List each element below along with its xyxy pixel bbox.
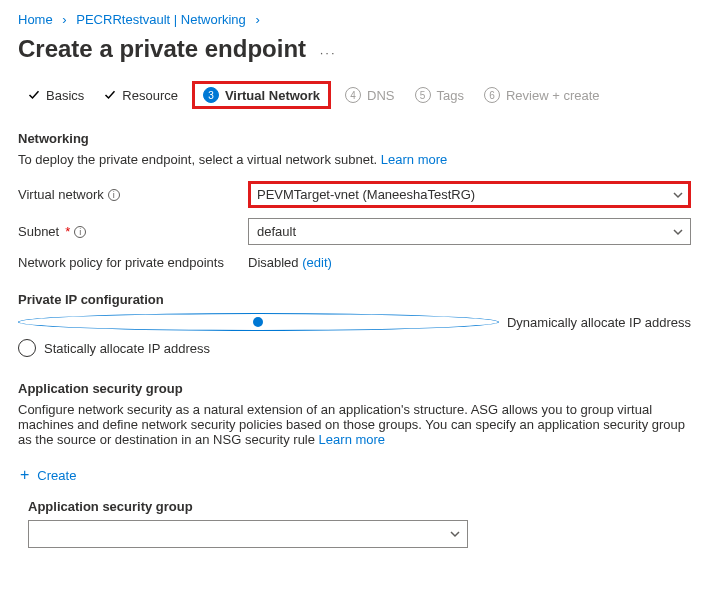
networking-heading: Networking xyxy=(18,131,691,146)
step-number-icon: 6 xyxy=(484,87,500,103)
network-policy-label: Network policy for private endpoints xyxy=(18,255,248,270)
tab-virtual-network[interactable]: 3 Virtual Network xyxy=(192,81,331,109)
page-title: Create a private endpoint xyxy=(18,35,306,63)
wizard-tabs: Basics Resource 3 Virtual Network 4 DNS … xyxy=(18,81,691,109)
tab-label: Basics xyxy=(46,88,84,103)
networking-description: To deploy the private endpoint, select a… xyxy=(18,152,691,167)
radio-dynamic-ip[interactable]: Dynamically allocate IP address xyxy=(18,313,691,331)
step-number-icon: 5 xyxy=(415,87,431,103)
asg-description: Configure network security as a natural … xyxy=(18,402,691,447)
tab-label: Review + create xyxy=(506,88,600,103)
breadcrumb-home[interactable]: Home xyxy=(18,12,53,27)
radio-label: Statically allocate IP address xyxy=(44,341,210,356)
step-number-icon: 4 xyxy=(345,87,361,103)
breadcrumb: Home › PECRRtestvault | Networking › xyxy=(18,12,691,27)
tab-label: DNS xyxy=(367,88,394,103)
network-policy-value: Disabled (edit) xyxy=(248,255,332,270)
radio-selected-icon xyxy=(18,313,499,331)
learn-more-link[interactable]: Learn more xyxy=(381,152,447,167)
tab-dns[interactable]: 4 DNS xyxy=(335,81,404,109)
check-icon xyxy=(28,89,40,101)
info-icon[interactable]: i xyxy=(74,226,86,238)
tab-label: Virtual Network xyxy=(225,88,320,103)
plus-icon: + xyxy=(20,467,29,483)
chevron-right-icon: › xyxy=(62,12,66,27)
subnet-dropdown[interactable]: default xyxy=(248,218,691,245)
virtual-network-dropdown[interactable]: PEVMTarget-vnet (ManeeshaTestRG) xyxy=(248,181,691,208)
radio-label: Dynamically allocate IP address xyxy=(507,315,691,330)
chevron-right-icon: › xyxy=(255,12,259,27)
asg-sub-label: Application security group xyxy=(18,499,691,514)
check-icon xyxy=(104,89,116,101)
subnet-label: Subnet* i xyxy=(18,224,248,239)
radio-static-ip[interactable]: Statically allocate IP address xyxy=(18,339,691,357)
virtual-network-label: Virtual network i xyxy=(18,187,248,202)
edit-policy-link[interactable]: (edit) xyxy=(302,255,332,270)
create-label: Create xyxy=(37,468,76,483)
step-number-icon: 3 xyxy=(203,87,219,103)
tab-review-create[interactable]: 6 Review + create xyxy=(474,81,610,109)
tab-label: Tags xyxy=(437,88,464,103)
learn-more-link[interactable]: Learn more xyxy=(319,432,385,447)
tab-tags[interactable]: 5 Tags xyxy=(405,81,474,109)
more-actions-button[interactable]: ··· xyxy=(320,45,337,60)
info-icon[interactable]: i xyxy=(108,189,120,201)
tab-resource[interactable]: Resource xyxy=(94,82,188,109)
tab-label: Resource xyxy=(122,88,178,103)
tab-basics[interactable]: Basics xyxy=(18,82,94,109)
radio-unselected-icon xyxy=(18,339,36,357)
breadcrumb-vault-networking[interactable]: PECRRtestvault | Networking xyxy=(76,12,246,27)
asg-dropdown[interactable] xyxy=(28,520,468,548)
ip-config-heading: Private IP configuration xyxy=(18,292,691,307)
create-asg-button[interactable]: + Create xyxy=(18,461,691,489)
asg-heading: Application security group xyxy=(18,381,691,396)
